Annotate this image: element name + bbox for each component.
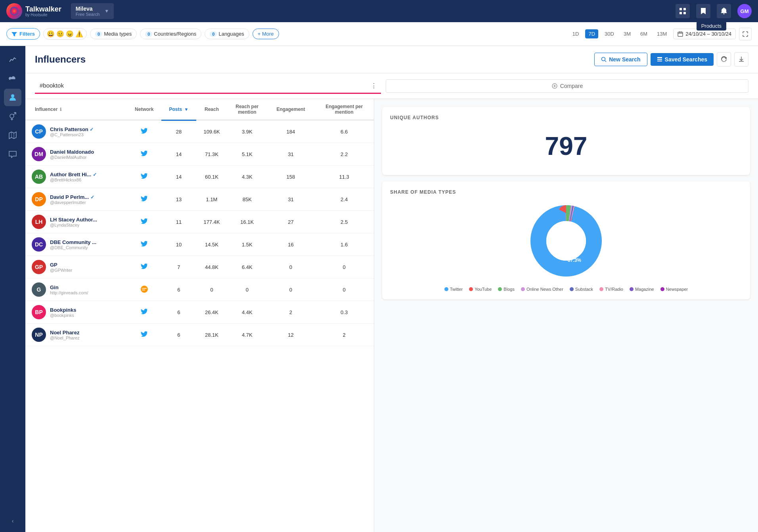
table-row[interactable]: DP David P Perlm... ✓ @davepperlmutter 1…: [25, 188, 374, 211]
epm-cell: 11.3: [314, 166, 374, 188]
influencer-info-icon[interactable]: ℹ: [60, 107, 61, 112]
posts-cell: 11: [161, 211, 196, 233]
reach-cell: 71.3K: [196, 143, 227, 166]
table-row[interactable]: AB Author Brett Hi... ✓ @BrettHicksx86 1…: [25, 166, 374, 188]
countries-count: 0: [145, 31, 152, 37]
time-7d-button[interactable]: 7D: [585, 29, 598, 38]
bell-icon[interactable]: [717, 4, 731, 18]
donut-svg: [526, 201, 606, 280]
saved-searches-button[interactable]: Saved Searches: [651, 53, 714, 66]
table-row[interactable]: DC DBE Community ... @DBE_Community 10 1…: [25, 233, 374, 256]
time-13m-button[interactable]: 13M: [654, 29, 670, 38]
col-engagement: Engagement: [267, 99, 315, 120]
posts-cell: 6: [161, 324, 196, 346]
epm-cell: 0: [314, 256, 374, 278]
epm-cell: 1.6: [314, 233, 374, 256]
languages-filter[interactable]: 0 Languages: [205, 29, 249, 39]
compare-button[interactable]: Compare: [386, 79, 748, 93]
media-types-label: Media types: [104, 31, 132, 37]
top-nav: Talkwalker by Hootsuite Mileva Free Sear…: [0, 0, 758, 22]
influencer-name: Chris Patterson ✓: [50, 126, 94, 132]
influencer-handle: @GPWriter: [50, 268, 72, 273]
engagement-cell: 31: [267, 188, 315, 211]
table-row[interactable]: LH LH Stacey Author... @LyndaStacey 11 1…: [25, 211, 374, 233]
epm-cell: 2.4: [314, 188, 374, 211]
posts-cell: 6: [161, 301, 196, 324]
new-search-label: New Search: [609, 56, 640, 63]
influencer-name: Daniel Maldonado: [50, 149, 94, 155]
sidebar-chat-icon[interactable]: [4, 146, 21, 163]
svg-rect-3: [680, 12, 682, 14]
svg-point-10: [602, 57, 605, 61]
time-1d-button[interactable]: 1D: [569, 29, 582, 38]
influencers-table-section: Influencer ℹ Network Posts ▼ Reach Reach…: [25, 99, 374, 532]
engagement-cell: 27: [267, 211, 315, 233]
sidebar-person-icon[interactable]: [4, 89, 21, 106]
sidebar-cloud-icon[interactable]: [4, 70, 21, 87]
reach-cell: 1.1M: [196, 188, 227, 211]
influencer-avatar: LH: [32, 215, 46, 229]
influencer-avatar: DP: [32, 192, 46, 206]
col-reach-per-mention: Reach permention: [227, 99, 267, 120]
sidebar-collapse-button[interactable]: ‹: [9, 515, 17, 527]
compare-label: Compare: [560, 83, 583, 89]
influencer-cell: AB Author Brett Hi... ✓ @BrettHicksx86: [25, 166, 127, 188]
bookmark-icon[interactable]: [696, 4, 710, 18]
influencer-name: Noel Pharez: [50, 330, 80, 336]
sidebar-map-icon[interactable]: [4, 127, 21, 144]
engagement-cell: 0: [267, 256, 315, 278]
filters-label: Filters: [19, 31, 35, 37]
more-filter-button[interactable]: + More: [253, 29, 279, 39]
time-6m-button[interactable]: 6M: [637, 29, 651, 38]
col-posts[interactable]: Posts ▼: [161, 99, 196, 120]
influencers-table: Influencer ℹ Network Posts ▼ Reach Reach…: [25, 99, 374, 346]
time-30d-button[interactable]: 30D: [601, 29, 617, 38]
table-row[interactable]: G Gin http://ginreads.com/ 6 0 0 0 0: [25, 278, 374, 301]
search-options-icon[interactable]: ⋮: [371, 82, 377, 89]
sidebar-analytics-icon[interactable]: [4, 51, 21, 68]
table-row[interactable]: NP Noel Pharez @Noel_Pharez 6 28.1K 4.7K…: [25, 324, 374, 346]
languages-label: Languages: [218, 31, 244, 37]
epm-cell: 2.2: [314, 143, 374, 166]
influencer-cell: LH LH Stacey Author... @LyndaStacey: [25, 211, 127, 233]
app-name: Talkwalker: [25, 6, 61, 13]
svg-rect-5: [678, 32, 683, 36]
new-search-button[interactable]: New Search: [594, 53, 647, 66]
sidebar-gender-icon[interactable]: [4, 108, 21, 125]
filters-button[interactable]: Filters: [6, 28, 40, 40]
influencer-handle: @DBE_Community: [50, 245, 96, 250]
warning-emoji: ⚠️: [75, 30, 83, 38]
online-news-legend-dot: [521, 287, 525, 291]
user-avatar[interactable]: GM: [737, 4, 752, 18]
table-row[interactable]: CP Chris Patterson ✓ @C_Patterson23 28 1…: [25, 120, 374, 143]
refresh-button[interactable]: [717, 52, 731, 67]
account-selector[interactable]: Mileva Free Search ▼: [71, 3, 114, 19]
table-row[interactable]: DM Daniel Maldonado @DanielMalAuthor 14 …: [25, 143, 374, 166]
svg-point-9: [10, 114, 14, 118]
filter-bar: Filters 😀 😐 😠 ⚠️ 0 Media types 0 Countri…: [0, 22, 758, 46]
media-types-filter[interactable]: 0 Media types: [90, 29, 137, 39]
influencer-handle: @BrettHicksx86: [50, 177, 97, 182]
fullscreen-button[interactable]: [739, 28, 752, 40]
posts-cell: 6: [161, 278, 196, 301]
col-reach: Reach: [196, 99, 227, 120]
table-row[interactable]: BP Bookpinks @bookpinks 6 26.4K 4.4K 2 0…: [25, 301, 374, 324]
verified-badge: ✓: [90, 194, 94, 200]
engagement-cell: 0: [267, 278, 315, 301]
grid-icon[interactable]: [676, 4, 690, 18]
table-row[interactable]: GP GP @GPWriter 7 44.8K 6.4K 0 0: [25, 256, 374, 278]
verified-badge: ✓: [93, 172, 97, 177]
posts-cell: 28: [161, 120, 196, 143]
reach-cell: 28.1K: [196, 324, 227, 346]
svg-rect-7: [681, 31, 681, 33]
download-button[interactable]: [734, 52, 748, 67]
countries-filter[interactable]: 0 Countries/Regions: [140, 29, 201, 39]
twitter-legend-label: Twitter: [450, 287, 463, 292]
header-actions: New Search Saved Searches: [594, 52, 748, 67]
emoji-filter[interactable]: 😀 😐 😠 ⚠️: [43, 28, 87, 40]
rpm-cell: 16.1K: [227, 211, 267, 233]
search-input[interactable]: [35, 78, 381, 93]
time-3m-button[interactable]: 3M: [620, 29, 634, 38]
influencer-handle: @Noel_Pharez: [50, 336, 80, 340]
media-types-count: 0: [95, 31, 102, 37]
